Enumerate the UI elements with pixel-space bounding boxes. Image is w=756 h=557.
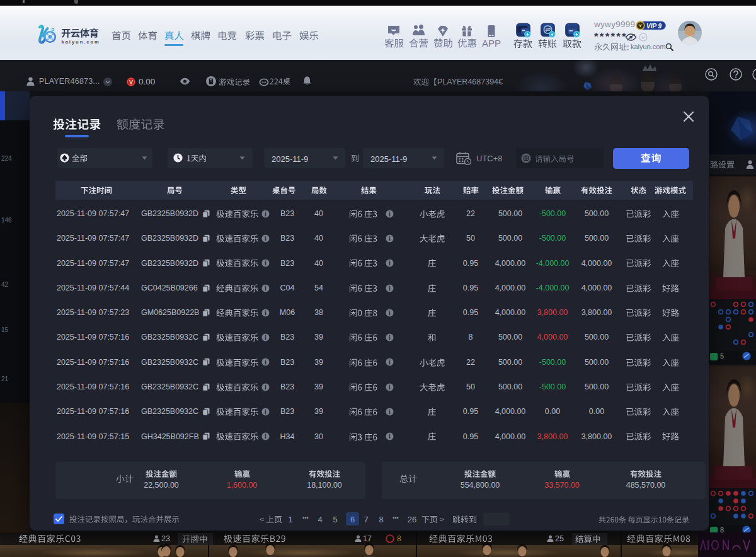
svg-text:VIP 9: VIP 9 [646,23,662,30]
